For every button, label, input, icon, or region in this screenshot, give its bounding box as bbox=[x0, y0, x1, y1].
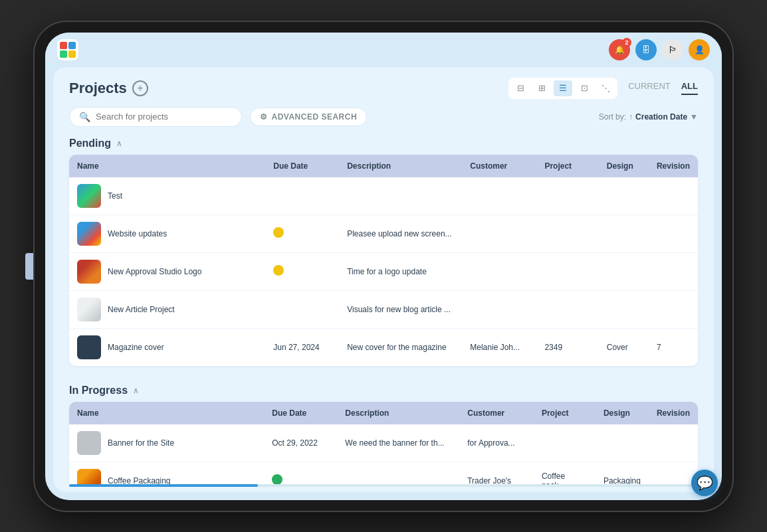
notification-badge: 2 bbox=[622, 38, 631, 47]
desc-banner: We need the banner for th... bbox=[337, 424, 459, 462]
filter-icon: ⚙ bbox=[260, 112, 268, 122]
scrollable-content[interactable]: Pending ∧ Name Due Date Description Cust… bbox=[53, 135, 714, 484]
scroll-indicator bbox=[69, 484, 698, 487]
col-header-design-pending: Design bbox=[599, 155, 649, 177]
header-right: ⊟ ⊞ ☰ ⊡ ⋱ CURRENT ALL bbox=[508, 78, 698, 99]
tab-all[interactable]: ALL bbox=[681, 81, 698, 95]
desc-article: Visuals for new blog article ... bbox=[339, 290, 462, 328]
col-header-project-inprogress: Project bbox=[534, 402, 596, 424]
revision-article bbox=[649, 290, 698, 328]
col-header-name-inprogress: Name bbox=[69, 402, 264, 424]
pending-table: Name Due Date Description Customer Proje… bbox=[69, 155, 698, 366]
notification-button[interactable]: 🔔 2 bbox=[609, 39, 630, 60]
app-logo bbox=[57, 39, 78, 60]
inprogress-toggle[interactable]: ∧ bbox=[133, 386, 139, 395]
project-name-logo: New Approval Studio Logo bbox=[108, 267, 201, 276]
table-row[interactable]: Magazine cover Jun 27, 2024 New cover fo… bbox=[69, 328, 698, 366]
col-header-revision-pending: Revision bbox=[649, 155, 698, 177]
table-row[interactable]: New Article Project Visuals for new blog… bbox=[69, 290, 698, 328]
top-bar-right: 🔔 2 🗄 🏳 👤 bbox=[609, 39, 710, 60]
page-title-area: Projects + bbox=[69, 80, 148, 97]
section-pending: Pending ∧ Name Due Date Description Cust… bbox=[69, 135, 698, 366]
name-cell-article: New Article Project bbox=[77, 298, 257, 321]
name-cell-coffee: Coffee Packaging bbox=[77, 469, 256, 484]
view-controls: ⊟ ⊞ ☰ ⊡ ⋱ bbox=[508, 78, 617, 99]
columns-view-btn[interactable]: ⊟ bbox=[511, 80, 530, 96]
customer-banner: for Approva... bbox=[459, 424, 534, 462]
status-dot-yellow-logo bbox=[273, 265, 284, 276]
filter-tabs: CURRENT ALL bbox=[628, 81, 698, 95]
section-header-inprogress: In Progress ∧ bbox=[69, 382, 698, 399]
section-in-progress: In Progress ∧ Name Due Date Description … bbox=[69, 382, 698, 484]
design-article bbox=[599, 290, 649, 328]
database-icon: 🗄 bbox=[642, 45, 650, 54]
list-view-btn[interactable]: ☰ bbox=[554, 80, 572, 96]
project-test bbox=[536, 177, 598, 215]
project-name-test: Test bbox=[108, 191, 122, 201]
revision-website bbox=[649, 215, 698, 252]
revision-magazine: 7 bbox=[649, 328, 698, 366]
thumb-test bbox=[77, 184, 101, 208]
customer-magazine: Melanie Joh... bbox=[462, 328, 536, 366]
tablet-screen: 🔔 2 🗄 🏳 👤 Projects bbox=[45, 33, 722, 500]
top-bar: 🔔 2 🗄 🏳 👤 bbox=[45, 33, 722, 67]
customer-test bbox=[462, 177, 536, 215]
search-input[interactable] bbox=[96, 112, 232, 122]
table-row[interactable]: Coffee Packaging Trader Joe's Coffee pac… bbox=[69, 462, 698, 484]
project-name-banner: Banner for the Site bbox=[108, 438, 174, 448]
table-row[interactable]: Banner for the Site Oct 29, 2022 We need… bbox=[69, 424, 698, 462]
plus-icon: + bbox=[137, 83, 143, 94]
tab-current[interactable]: CURRENT bbox=[628, 81, 671, 95]
main-content: Projects + ⊟ ⊞ ☰ ⊡ ⋱ CURRENT AL bbox=[53, 67, 714, 492]
col-header-duedate-pending: Due Date bbox=[265, 155, 339, 177]
advanced-search-button[interactable]: ⚙ ADVANCED SEARCH bbox=[250, 108, 367, 126]
customer-coffee: Trader Joe's bbox=[459, 462, 534, 484]
diagram-view-btn[interactable]: ⋱ bbox=[596, 80, 615, 96]
sort-arrow: ▼ bbox=[690, 112, 698, 122]
col-header-name-pending: Name bbox=[69, 155, 265, 177]
notification-icon: 🔔 bbox=[615, 45, 625, 54]
customer-logo bbox=[462, 252, 536, 290]
name-cell-test: Test bbox=[77, 184, 257, 208]
flag-button[interactable]: 🏳 bbox=[662, 39, 683, 60]
customer-article bbox=[462, 290, 536, 328]
inprogress-table: Name Due Date Description Customer Proje… bbox=[69, 402, 698, 484]
section-title-inprogress: In Progress bbox=[69, 385, 128, 397]
logo-cell-1 bbox=[60, 42, 67, 49]
col-header-design-inprogress: Design bbox=[596, 402, 649, 424]
sort-field[interactable]: Creation Date bbox=[635, 112, 687, 122]
table-row[interactable]: Test bbox=[69, 177, 698, 215]
revision-coffee bbox=[649, 462, 698, 484]
grid-view-btn[interactable]: ⊞ bbox=[532, 80, 551, 96]
col-header-customer-inprogress: Customer bbox=[459, 402, 534, 424]
design-website bbox=[599, 215, 649, 252]
col-header-duedate-inprogress: Due Date bbox=[264, 402, 337, 424]
desc-magazine: New cover for the magazine bbox=[339, 328, 462, 366]
table-row[interactable]: New Approval Studio Logo Time for a logo… bbox=[69, 252, 698, 290]
duedate-magazine: Jun 27, 2024 bbox=[265, 328, 339, 366]
user-avatar[interactable]: 👤 bbox=[689, 39, 710, 60]
desc-coffee bbox=[337, 462, 459, 484]
project-name-coffee: Coffee Packaging bbox=[108, 476, 171, 484]
sort-area: Sort by: ↑ Creation Date ▼ bbox=[599, 112, 698, 122]
tablet-frame: 🔔 2 🗄 🏳 👤 Projects bbox=[33, 21, 734, 512]
thumb-website bbox=[77, 222, 101, 246]
table-row[interactable]: Website updates Pleasee upload new scree… bbox=[69, 215, 698, 252]
fab-icon: 💬 bbox=[697, 475, 713, 491]
design-banner bbox=[596, 424, 649, 462]
pending-toggle[interactable]: ∧ bbox=[116, 139, 122, 148]
col-header-revision-inprogress: Revision bbox=[649, 402, 698, 424]
database-button[interactable]: 🗄 bbox=[635, 39, 657, 60]
thumb-magazine bbox=[77, 335, 101, 359]
revision-logo bbox=[649, 252, 698, 290]
inprogress-table-header: Name Due Date Description Customer Proje… bbox=[69, 402, 698, 424]
project-banner bbox=[534, 424, 596, 462]
revision-test bbox=[649, 177, 698, 215]
status-dot-green-coffee bbox=[272, 474, 282, 484]
search-input-wrap: 🔍 bbox=[69, 107, 242, 127]
customer-website bbox=[462, 215, 536, 252]
design-logo bbox=[599, 252, 649, 290]
add-project-button[interactable]: + bbox=[132, 80, 148, 96]
thumb-coffee bbox=[77, 469, 101, 484]
table-view-btn[interactable]: ⊡ bbox=[575, 80, 594, 96]
